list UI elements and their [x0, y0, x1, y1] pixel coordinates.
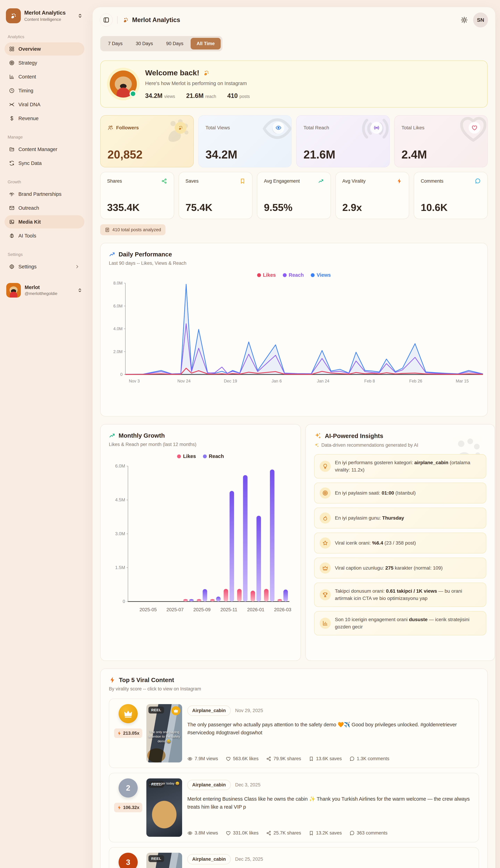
- time-range-90-days[interactable]: 90 Days: [160, 38, 189, 49]
- svg-text:1.5M: 1.5M: [115, 565, 125, 570]
- post-thumbnail[interactable]: REEL The only one paying attention to th…: [146, 853, 182, 868]
- theme-toggle-button[interactable]: [461, 16, 468, 24]
- svg-text:2025-07: 2025-07: [167, 607, 184, 612]
- thumbnail-overlay-text: The only one paying attention to the saf…: [148, 730, 181, 744]
- legend-dot: [203, 455, 207, 458]
- stat-label: Avg Engagement: [264, 179, 300, 184]
- post-thumbnail[interactable]: REEL The only one paying attention to th…: [146, 704, 182, 763]
- stat-card-comments[interactable]: Comments10.6K: [414, 172, 488, 219]
- app-logo-row[interactable]: Merlot Analytics Content Intelligence: [4, 7, 84, 25]
- chevron-updown-icon[interactable]: [77, 13, 83, 19]
- chevron-updown-icon: [77, 287, 83, 293]
- stat-label: Shares: [107, 179, 122, 184]
- crown-badge: [171, 706, 180, 715]
- top5-title: Top 5 Viral Content: [119, 676, 174, 684]
- paw-icon: [9, 12, 18, 20]
- sidebar-item-timing[interactable]: Timing: [4, 84, 84, 97]
- svg-text:2026-01: 2026-01: [247, 607, 264, 612]
- bookmark-icon: [240, 178, 246, 184]
- stat-value: 21.6M: [304, 148, 335, 161]
- post-date: Nov 29, 2025: [235, 708, 263, 713]
- stat-label: Total Reach: [304, 125, 329, 130]
- reel-badge: REEL: [148, 707, 164, 713]
- category-chip: Airplane_cabin: [187, 706, 231, 716]
- virality-badge: 106.32x: [114, 803, 142, 812]
- sidebar-item-outreach[interactable]: Outreach: [4, 201, 84, 215]
- svg-text:2026-03: 2026-03: [274, 607, 291, 612]
- sidebar-item-content-manager[interactable]: Content Manager: [4, 143, 84, 156]
- divider: [117, 16, 117, 24]
- chart-subtitle: Last 90 days -- Likes, Views & Reach: [109, 261, 479, 266]
- stat-card-followers[interactable]: Followers 20,852: [100, 115, 194, 167]
- sidebar-item-label: Brand Partnerships: [19, 191, 61, 197]
- sidebar-item-brand-partnerships[interactable]: Brand Partnerships: [4, 187, 84, 201]
- sidebar-item-label: Revenue: [19, 116, 38, 121]
- document-icon: [105, 227, 110, 232]
- sidebar-item-label: Content: [19, 74, 36, 80]
- stat-card-shares[interactable]: Shares335.4K: [100, 172, 174, 219]
- sidebar-item-viral-dna[interactable]: Viral DNA: [4, 98, 84, 111]
- virality-badge: 213.05x: [114, 728, 142, 738]
- time-range-7-days[interactable]: 7 Days: [102, 38, 128, 49]
- svg-text:0: 0: [120, 372, 123, 377]
- dna-icon: [9, 102, 14, 107]
- sidebar-item-content[interactable]: Content: [4, 70, 84, 83]
- stat-card-total-likes[interactable]: Total Likes 2.4M: [394, 115, 488, 167]
- legend-dot: [257, 273, 261, 277]
- stat-label: Followers: [116, 125, 139, 130]
- lightning-icon: [109, 676, 116, 684]
- stat-value: 2.4M: [401, 148, 427, 161]
- monthly-growth-chart: 01.5M3.0M4.5M6.0M2025-052025-072025-0920…: [109, 459, 293, 615]
- primary-stats-row: Followers 20,852 Total Views 34.2M Total…: [100, 115, 488, 167]
- avatar: [6, 283, 21, 298]
- stat-card-total-reach[interactable]: Total Reach 21.6M: [296, 115, 390, 167]
- legend-views: Views: [311, 272, 331, 278]
- posts-analyzed-text: 410 total posts analyzed: [112, 227, 161, 232]
- legend-reach: Reach: [283, 272, 304, 278]
- top5-viral-card: Top 5 Viral Content By virality score --…: [100, 669, 488, 868]
- legend-dot: [177, 455, 181, 458]
- stat-card-avg-engagement[interactable]: Avg Engagement9.55%: [257, 172, 331, 219]
- stat-card-total-views[interactable]: Total Views 34.2M: [198, 115, 292, 167]
- sidebar-item-label: AI Tools: [19, 233, 36, 239]
- time-range-30-days[interactable]: 30 Days: [130, 38, 159, 49]
- insight-item: Takipci donusum orani: 0.61 takipci / 1K…: [314, 583, 486, 607]
- time-range-control: 7 Days 30 Days 90 Days All Time: [100, 36, 223, 52]
- stat-card-saves[interactable]: Saves75.4K: [179, 172, 253, 219]
- metric-comments: 363 comments: [357, 830, 387, 836]
- sidebar-toggle-button[interactable]: [100, 13, 113, 26]
- insights-subtitle: Data-driven recommendations generated by…: [321, 443, 418, 448]
- sidebar-item-strategy[interactable]: Strategy: [4, 56, 84, 69]
- chart-title: Daily Performance: [118, 251, 172, 258]
- viral-item-3[interactable]: 3 84.16x REEL The only one paying attent…: [109, 847, 479, 868]
- online-status-dot: [129, 90, 136, 97]
- account-avatar[interactable]: SN: [473, 12, 488, 27]
- viral-item-2[interactable]: 2 106.32x REEL ...assenger today 😄 Airpl…: [109, 773, 479, 842]
- sparkles-icon: [314, 443, 319, 448]
- post-thumbnail[interactable]: REEL ...assenger today 😄: [146, 778, 182, 837]
- chart-title: Monthly Growth: [118, 432, 165, 439]
- heart-icon: [226, 831, 231, 836]
- legend-dot: [311, 273, 315, 277]
- time-range-all-time[interactable]: All Time: [191, 38, 221, 49]
- posts-analyzed-badge: 410 total posts analyzed: [100, 224, 166, 235]
- user-profile[interactable]: Merlot @merlotthegoldie: [6, 283, 83, 298]
- comment-icon: [475, 178, 481, 184]
- metric-saves: 13.6K saves: [316, 756, 342, 762]
- svg-text:Mar 15: Mar 15: [456, 379, 469, 383]
- metric-shares: 25.7K shares: [273, 830, 301, 836]
- sidebar-item-ai-tools[interactable]: AI Tools: [4, 229, 84, 242]
- sidebar-item-sync-data[interactable]: Sync Data: [4, 157, 84, 170]
- flame-icon: [322, 515, 328, 521]
- viral-item-1[interactable]: 213.05x REEL The only one paying attenti…: [109, 699, 479, 768]
- sidebar-item-settings[interactable]: Settings: [4, 260, 84, 273]
- sidebar-item-revenue[interactable]: Revenue: [4, 112, 84, 125]
- category-chip: Airplane_cabin: [187, 780, 231, 790]
- insight-item: Son 10 icerigin engagement orani dususte…: [314, 611, 486, 635]
- sidebar-item-media-kit[interactable]: Media Kit: [4, 215, 84, 228]
- sidebar-item-overview[interactable]: Overview: [4, 42, 84, 56]
- stat-card-avg-virality[interactable]: Avg Virality2.9x: [336, 172, 409, 219]
- share-icon: [161, 178, 167, 184]
- legend-likes: Likes: [257, 272, 276, 278]
- svg-text:Jan 6: Jan 6: [272, 379, 282, 383]
